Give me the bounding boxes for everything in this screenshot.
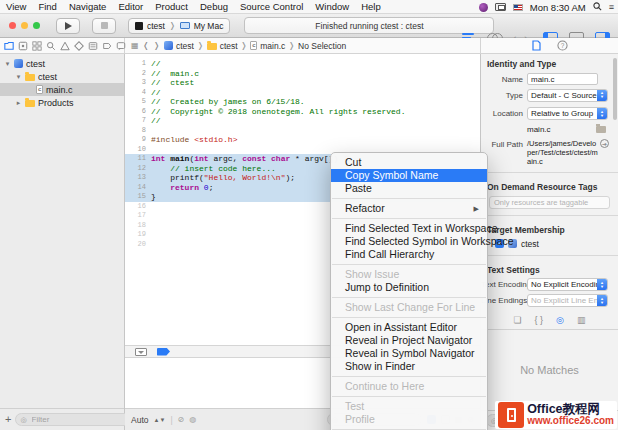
line-number[interactable]: 11 [125, 154, 151, 164]
menu-bar-clock[interactable]: Mon 8:30 AM [530, 2, 586, 13]
status-app-icon[interactable] [479, 3, 488, 12]
line-number[interactable]: 8 [125, 126, 151, 136]
flag-filter-icon[interactable]: ⊘ [178, 416, 185, 424]
code-line-7[interactable]: 7// [125, 116, 480, 126]
debug-navigator-icon[interactable] [88, 41, 98, 51]
line-number[interactable]: 9 [125, 135, 151, 145]
context-menu-item-find-call-hierarchy[interactable]: Find Call Hierarchy [331, 248, 487, 261]
code-line-6[interactable]: 6// Copyright © 2018 onenotegem. All rig… [125, 107, 480, 117]
code-line-4[interactable]: 4// [125, 88, 480, 98]
test-navigator-icon[interactable] [74, 41, 84, 51]
spotlight-search-icon[interactable] [593, 2, 602, 13]
context-menu-item-copy-symbol-name[interactable]: Copy Symbol Name [331, 169, 487, 182]
context-menu-item-reveal-in-symbol-navigator[interactable]: Reveal in Symbol Navigator [331, 347, 487, 360]
project-navigator-icon[interactable] [4, 41, 14, 51]
symbol-navigator-icon[interactable] [32, 41, 42, 51]
context-menu-item-paste[interactable]: Paste [331, 182, 487, 195]
line-number[interactable]: 14 [125, 183, 151, 193]
find-navigator-icon[interactable] [46, 41, 56, 51]
line-number[interactable]: 2 [125, 69, 151, 79]
location-dropdown[interactable]: Relative to Group ▲▼ [527, 107, 608, 120]
line-number[interactable]: 6 [125, 107, 151, 117]
line-number[interactable]: 4 [125, 88, 151, 98]
info-icon[interactable]: ◍ [189, 416, 196, 424]
line-number[interactable]: 7 [125, 116, 151, 126]
menu-product[interactable]: Product [155, 1, 188, 12]
menu-debug[interactable]: Debug [200, 1, 228, 12]
context-menu-item-cut[interactable]: Cut [331, 156, 487, 169]
menu-editor[interactable]: Editor [118, 1, 143, 12]
breadcrumb-item-ctest[interactable]: ctest [207, 41, 238, 51]
hide-debug-area-icon[interactable] [135, 348, 147, 356]
menu-source-control[interactable]: Source Control [240, 1, 303, 12]
file-inspector-tab[interactable] [532, 37, 541, 55]
text-encoding-dropdown[interactable]: No Explicit Encoding ▲▼ [527, 278, 608, 291]
disclosure-triangle[interactable]: ▾ [4, 60, 11, 68]
breadcrumb-item-no-selection[interactable]: No Selection [298, 41, 346, 51]
go-forward-button[interactable]: ❭ [153, 41, 160, 50]
object-library-icon[interactable]: ◎ [556, 316, 564, 325]
choose-folder-icon[interactable] [596, 126, 606, 133]
media-library-icon[interactable]: ▥ [577, 316, 586, 325]
code-line-2[interactable]: 2// main.c [125, 69, 480, 79]
menu-find[interactable]: Find [38, 1, 56, 12]
code-line-5[interactable]: 5// Created by james on 6/15/18. [125, 97, 480, 107]
quick-help-inspector-tab[interactable]: ? [557, 37, 568, 55]
line-number[interactable]: 17 [125, 211, 151, 221]
go-back-button[interactable]: ❬ [143, 41, 150, 50]
variables-view-scope[interactable]: Auto [131, 415, 149, 425]
line-number[interactable]: 15 [125, 192, 151, 202]
breadcrumb-item-main-c[interactable]: main.c [250, 41, 285, 51]
line-number[interactable]: 1 [125, 59, 151, 69]
line-number[interactable]: 13 [125, 173, 151, 183]
menu-navigate[interactable]: Navigate [69, 1, 107, 12]
line-number[interactable]: 19 [125, 230, 151, 240]
context-menu-item-reveal-in-project-navigator[interactable]: Reveal in Project Navigator [331, 334, 487, 347]
context-menu-item-find-selected-symbol-in-workspace[interactable]: Find Selected Symbol in Workspace [331, 235, 487, 248]
scheme-selector[interactable]: ctest ❭ My Mac [128, 18, 230, 34]
breadcrumb-item-ctest[interactable]: ctest [164, 41, 194, 51]
issue-navigator-icon[interactable] [60, 41, 70, 51]
navigator-item-products[interactable]: ▸Products [0, 96, 124, 109]
code-line-3[interactable]: 3// ctest [125, 78, 480, 88]
context-menu-item-jump-to-definition[interactable]: Jump to Definition [331, 281, 487, 294]
code-line-8[interactable]: 8 [125, 126, 480, 136]
input-source-flag-icon[interactable] [513, 4, 523, 11]
menu-view[interactable]: View [6, 1, 26, 12]
line-number[interactable]: 18 [125, 221, 151, 231]
line-number[interactable]: 12 [125, 164, 151, 174]
run-button[interactable] [56, 18, 80, 34]
line-number[interactable]: 3 [125, 78, 151, 88]
line-endings-dropdown[interactable]: No Explicit Line Endings ▲▼ [527, 294, 608, 307]
file-type-dropdown[interactable]: Default - C Source ▲▼ [527, 89, 608, 102]
open-in-finder-arrow-icon[interactable]: ➔ [600, 139, 609, 148]
navigator-item-ctest[interactable]: ▾ctest [0, 57, 124, 70]
context-menu-item-refactor[interactable]: Refactor▶ [331, 202, 487, 215]
line-number[interactable]: 10 [125, 145, 151, 155]
displays-icon[interactable] [495, 3, 506, 11]
line-number[interactable]: 5 [125, 97, 151, 107]
code-snippet-library-icon[interactable]: { } [535, 316, 544, 325]
notification-center-icon[interactable]: ≡ [609, 3, 614, 12]
zoom-window-button[interactable] [33, 22, 40, 29]
code-line-1[interactable]: 1// [125, 59, 480, 69]
inspector-scrollbar[interactable] [613, 58, 617, 120]
breakpoints-toggle-icon[interactable] [157, 348, 170, 356]
line-number[interactable]: 16 [125, 202, 151, 212]
add-item-button[interactable]: + [5, 414, 11, 425]
context-menu-item-find-selected-text-in-workspace[interactable]: Find Selected Text in Workspace [331, 222, 487, 235]
minimize-window-button[interactable] [21, 22, 28, 29]
file-template-library-icon[interactable]: ❏ [514, 316, 522, 325]
navigator-item-ctest[interactable]: ▾ctest [0, 70, 124, 83]
file-name-field[interactable] [527, 73, 598, 85]
code-line-9[interactable]: 9#include <stdio.h> [125, 135, 480, 145]
related-items-icon[interactable]: ▦ [131, 41, 139, 50]
disclosure-triangle[interactable]: ▾ [15, 73, 22, 81]
context-menu-item-open-in-assistant-editor[interactable]: Open in Assistant Editor [331, 321, 487, 334]
stop-button[interactable] [92, 18, 116, 34]
navigator-item-main-c[interactable]: main.c [0, 83, 124, 96]
menu-help[interactable]: Help [361, 1, 381, 12]
close-window-button[interactable] [9, 22, 16, 29]
breakpoint-navigator-icon[interactable] [102, 41, 112, 51]
line-number[interactable]: 20 [125, 240, 151, 250]
